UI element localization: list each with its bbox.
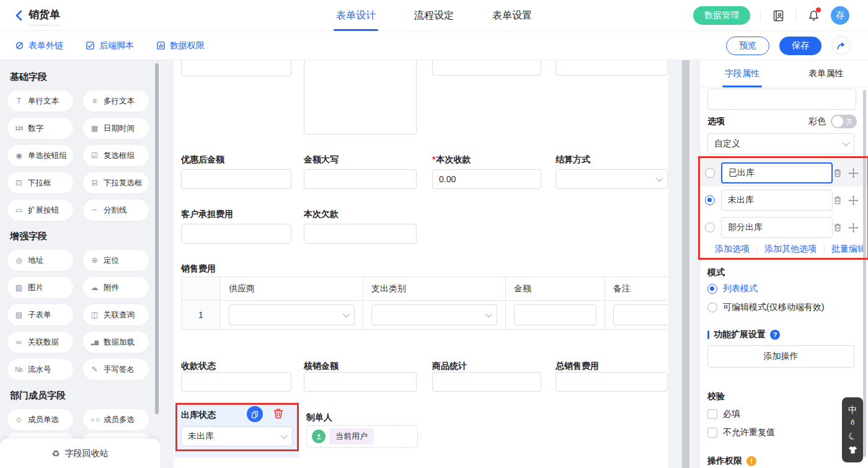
field-recycle-bin[interactable]: ♻ 字段回收站 [0,439,160,468]
add-other-option-link[interactable]: 添加其他选项 [764,244,817,255]
mode-radio[interactable] [707,302,717,312]
cropped-input[interactable] [432,60,541,76]
sidebar-item-member-single[interactable]: ☺成员单选 [7,409,73,430]
sidebar-item-checkbox-group[interactable]: ☑复选框组 [83,145,149,166]
sidebar-item-divider[interactable]: ╌分割线 [83,200,149,221]
outbound-status-select[interactable]: 未出库 [181,426,293,446]
discounted-amount-input[interactable] [181,169,291,189]
sidebar-item-serial-number[interactable]: №流水号 [7,359,73,380]
drag-option-icon[interactable] [848,168,859,179]
amount-in-words-input[interactable] [304,169,417,189]
delete-option-icon[interactable] [833,223,843,232]
writeoff-amount-input[interactable] [304,372,417,392]
product-statistics-input[interactable] [432,372,541,392]
option-text-input[interactable] [721,190,833,211]
required-checkbox[interactable] [707,409,717,419]
field-title-input[interactable] [707,89,856,110]
delete-field-button[interactable] [272,407,285,420]
sidebar-item-member-multi[interactable]: ☺☺成员多选 [83,409,149,430]
language-icon[interactable]: 中 [848,405,857,414]
panel-scrollbar[interactable] [863,90,866,457]
option-radio[interactable] [705,223,715,232]
sidebar-item-signature[interactable]: ✎手写签名 [83,359,149,380]
current-debt-input[interactable] [304,224,417,244]
chevron-down-icon [843,139,849,146]
mode-option-list[interactable]: 列表模式 [707,283,758,294]
contacts-button[interactable] [771,8,786,23]
drag-option-icon[interactable] [848,223,859,233]
data-permission-button[interactable]: 数据权限 [156,40,205,51]
remark-input[interactable] [613,304,668,325]
option-text-input[interactable] [721,162,833,183]
sidebar-item-number[interactable]: 123数字 [7,118,73,139]
settlement-method-select[interactable] [556,169,668,189]
cropped-input[interactable] [181,60,291,76]
sidebar-item-extend-button[interactable]: ▭扩展按钮 [7,200,73,221]
preview-button[interactable]: 预览 [726,37,769,55]
sidebar-scrollbar[interactable] [155,63,159,414]
sidebar-item-linked-query[interactable]: ◫关联查询 [83,304,149,325]
tshirt-icon[interactable] [848,446,857,454]
pinyin-icon[interactable]: ő [851,419,854,426]
tab-form-properties[interactable]: 表单属性 [784,60,868,87]
copy-field-button[interactable] [247,406,263,422]
creator-field[interactable]: 当前用户 [306,425,418,448]
canvas-scrollbar[interactable] [682,60,689,468]
script-icon [86,41,95,50]
option-radio-checked[interactable] [705,195,715,205]
current-payment-input[interactable]: 0.00 [432,169,541,189]
sidebar-item-data-load[interactable]: ▂▆数据加载 [83,332,149,353]
delete-option-icon[interactable] [833,195,843,205]
mode-radio-checked[interactable] [707,284,717,294]
add-action-button[interactable]: 添加操作 [707,345,854,368]
batch-edit-link[interactable]: 批量编辑 [831,244,866,255]
option-source-select[interactable]: 自定义 [707,133,854,154]
drag-option-icon[interactable] [848,195,859,206]
avatar[interactable]: 存 [831,6,849,25]
sidebar-item-attachment[interactable]: ☁附件 [83,277,149,298]
backend-script-button[interactable]: 后端脚本 [86,40,134,51]
sidebar-item-dropdown[interactable]: ⊡下拉框 [7,172,73,193]
sidebar-item-datetime[interactable]: ▦日期时间 [83,118,149,139]
sidebar-item-image[interactable]: ▨图片 [7,277,73,298]
tab-form-design[interactable]: 表单设计 [336,0,376,31]
option-text-input[interactable] [721,217,833,238]
supplier-select[interactable] [229,304,355,325]
expense-category-select[interactable] [371,304,497,325]
total-sales-expense-input[interactable] [556,372,668,392]
help-icon[interactable]: ? [770,330,780,340]
sidebar-item-multi-line-text[interactable]: ≡多行文本 [83,91,149,112]
delete-option-icon[interactable] [833,168,843,178]
mode-option-editable[interactable]: 可编辑模式(仅移动端有效) [707,302,824,313]
sidebar-item-multi-dropdown[interactable]: ⊟下拉复选框 [83,172,149,193]
cropped-input[interactable] [556,60,668,76]
data-manage-button[interactable]: 数据管理 [693,6,750,25]
add-option-link[interactable]: 添加选项 [715,244,750,255]
sidebar-item-single-line-text[interactable]: T单行文本 [7,91,73,112]
cropped-textarea[interactable] [304,60,417,135]
share-button[interactable] [831,36,851,55]
input-method-widget: 中 ő ☾ [842,397,863,462]
sidebar-item-location[interactable]: ⊕定位 [83,250,149,271]
color-toggle[interactable]: 关 [831,115,857,128]
tab-field-properties[interactable]: 字段属性 [700,60,784,87]
tab-flow-setting[interactable]: 流程设定 [414,0,454,31]
sidebar-item-subform[interactable]: ▤子表单 [7,304,73,325]
sidebar-item-linked-data[interactable]: ∞关联数据 [7,332,73,353]
amount-input[interactable] [514,304,596,325]
sidebar-item-label: 数字 [28,123,43,134]
no-duplicate-checkbox[interactable] [707,428,717,438]
tab-form-setting[interactable]: 表单设置 [492,0,532,31]
moon-icon[interactable]: ☾ [847,430,859,442]
customer-borne-fee-input[interactable] [181,224,291,244]
required-checkbox-row[interactable]: 必填 [707,408,740,420]
no-duplicate-checkbox-row[interactable]: 不允许重复值 [707,427,775,438]
notifications-button[interactable] [806,8,821,23]
sidebar-item-address[interactable]: ◎地址 [7,250,73,271]
save-button[interactable]: 保存 [779,37,822,55]
option-radio[interactable] [705,168,715,178]
payment-status-input[interactable] [181,372,291,392]
form-external-link-button[interactable]: 表单外链 [15,40,63,51]
multi-dropdown-icon: ⊟ [90,179,99,187]
sidebar-item-radio-group[interactable]: ◉单选按钮组 [7,145,73,166]
